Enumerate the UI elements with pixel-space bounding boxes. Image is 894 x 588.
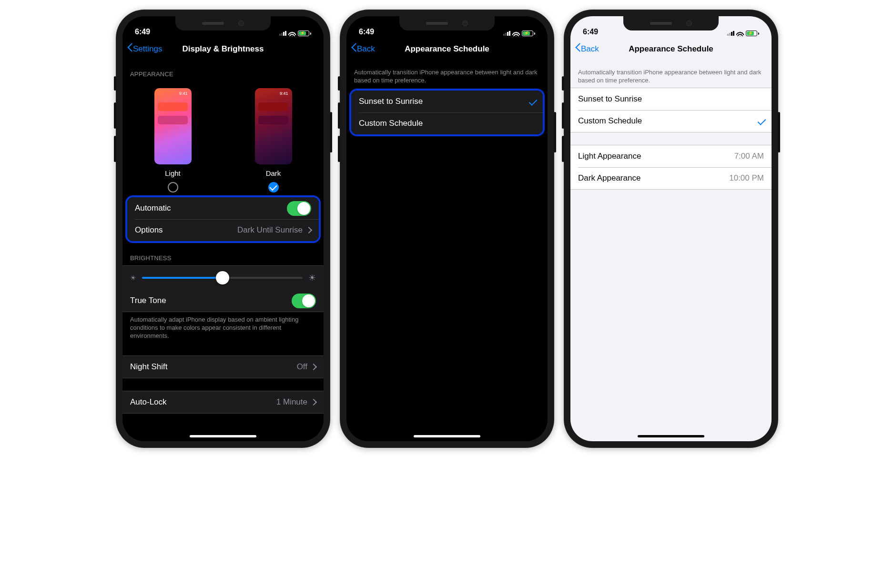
phone-frame-1: 6:49 ⚡ Settings Display & Brightness APP… bbox=[116, 10, 330, 448]
option-custom-schedule[interactable]: Custom Schedule bbox=[351, 112, 543, 134]
phone-frame-3: 6:49 ⚡ Back Appearance Schedule Automati… bbox=[564, 10, 778, 448]
automatic-switch[interactable] bbox=[287, 201, 311, 216]
options-label: Options bbox=[135, 225, 163, 235]
nav-bar: Settings Display & Brightness bbox=[122, 38, 324, 60]
notch bbox=[399, 16, 495, 30]
brightness-slider[interactable] bbox=[142, 277, 303, 279]
notch bbox=[623, 16, 719, 30]
sun-max-icon: ☀︎ bbox=[308, 273, 316, 283]
cellular-icon bbox=[727, 31, 734, 36]
nav-bar: Back Appearance Schedule bbox=[570, 38, 772, 60]
chevron-right-icon bbox=[306, 228, 311, 233]
battery-icon: ⚡ bbox=[522, 30, 535, 36]
automatic-row[interactable]: Automatic bbox=[127, 197, 319, 219]
nav-title: Display & Brightness bbox=[122, 44, 324, 54]
cellular-icon bbox=[503, 31, 510, 36]
phone-frame-2: 6:49 ⚡ Back Appearance Schedule Automati… bbox=[340, 10, 554, 448]
option-label: Sunset to Sunrise bbox=[578, 94, 642, 104]
chevron-right-icon bbox=[311, 365, 316, 369]
night-shift-label: Night Shift bbox=[130, 362, 167, 372]
night-shift-value: Off bbox=[297, 362, 307, 372]
nav-bar: Back Appearance Schedule bbox=[346, 38, 548, 60]
appearance-header: APPEARANCE bbox=[122, 60, 324, 81]
checkmark-icon bbox=[760, 117, 764, 125]
brightness-header: BRIGHTNESS bbox=[122, 244, 324, 265]
appearance-picker: 9:41 Light 9:41 Dark bbox=[122, 81, 324, 194]
option-custom-schedule[interactable]: Custom Schedule bbox=[570, 110, 772, 132]
auto-lock-value: 1 Minute bbox=[276, 397, 307, 407]
chevron-right-icon bbox=[311, 400, 316, 405]
battery-icon: ⚡ bbox=[298, 30, 311, 36]
cellular-icon bbox=[279, 31, 286, 36]
status-time: 6:49 bbox=[583, 28, 598, 36]
tutorial-highlight: Sunset to Sunrise Custom Schedule bbox=[349, 89, 545, 136]
sun-min-icon: ☀︎ bbox=[130, 274, 136, 282]
radio-dark[interactable] bbox=[268, 182, 279, 193]
auto-lock-row[interactable]: Auto-Lock 1 Minute bbox=[122, 391, 324, 413]
true-tone-switch[interactable] bbox=[292, 294, 316, 308]
light-appearance-value: 7:00 AM bbox=[734, 152, 764, 161]
options-value: Dark Until Sunrise bbox=[237, 225, 303, 235]
schedule-description: Automatically transition iPhone appearan… bbox=[346, 60, 548, 88]
battery-icon: ⚡ bbox=[746, 30, 759, 36]
light-appearance-row[interactable]: Light Appearance 7:00 AM bbox=[570, 145, 772, 167]
dark-appearance-value: 10:00 PM bbox=[729, 173, 764, 183]
dark-label: Dark bbox=[266, 169, 281, 177]
light-thumbnail: 9:41 bbox=[154, 88, 192, 164]
checkmark-icon bbox=[531, 98, 535, 105]
appearance-option-light[interactable]: 9:41 Light bbox=[154, 88, 192, 193]
wifi-icon bbox=[736, 30, 744, 36]
dark-appearance-row[interactable]: Dark Appearance 10:00 PM bbox=[570, 167, 772, 189]
brightness-slider-row[interactable]: ☀︎ ☀︎ bbox=[122, 266, 324, 290]
light-label: Light bbox=[165, 169, 181, 177]
dark-appearance-label: Dark Appearance bbox=[578, 173, 640, 183]
home-indicator[interactable] bbox=[190, 435, 256, 437]
tutorial-highlight: Automatic Options Dark Until Sunrise bbox=[125, 195, 321, 243]
home-indicator[interactable] bbox=[414, 435, 480, 437]
option-sunset-sunrise[interactable]: Sunset to Sunrise bbox=[570, 88, 772, 110]
notch bbox=[175, 16, 271, 30]
dark-thumbnail: 9:41 bbox=[255, 88, 292, 164]
nav-title: Appearance Schedule bbox=[570, 44, 772, 54]
option-sunset-sunrise[interactable]: Sunset to Sunrise bbox=[351, 91, 543, 112]
true-tone-footer: Automatically adapt iPhone display based… bbox=[122, 312, 324, 343]
schedule-description: Automatically transition iPhone appearan… bbox=[570, 60, 772, 88]
radio-light[interactable] bbox=[168, 182, 178, 193]
options-row[interactable]: Options Dark Until Sunrise bbox=[127, 219, 319, 241]
auto-lock-label: Auto-Lock bbox=[130, 397, 167, 407]
appearance-option-dark[interactable]: 9:41 Dark bbox=[255, 88, 292, 193]
home-indicator[interactable] bbox=[638, 435, 704, 437]
nav-title: Appearance Schedule bbox=[346, 44, 548, 54]
status-time: 6:49 bbox=[135, 28, 150, 36]
automatic-label: Automatic bbox=[135, 203, 171, 213]
wifi-icon bbox=[288, 30, 296, 36]
option-label: Custom Schedule bbox=[578, 116, 642, 126]
night-shift-row[interactable]: Night Shift Off bbox=[122, 356, 324, 378]
wifi-icon bbox=[512, 30, 520, 36]
option-label: Sunset to Sunrise bbox=[359, 97, 423, 106]
true-tone-label: True Tone bbox=[130, 296, 166, 305]
status-time: 6:49 bbox=[359, 28, 374, 36]
option-label: Custom Schedule bbox=[359, 119, 423, 128]
light-appearance-label: Light Appearance bbox=[578, 152, 641, 161]
true-tone-row[interactable]: True Tone bbox=[122, 290, 324, 312]
